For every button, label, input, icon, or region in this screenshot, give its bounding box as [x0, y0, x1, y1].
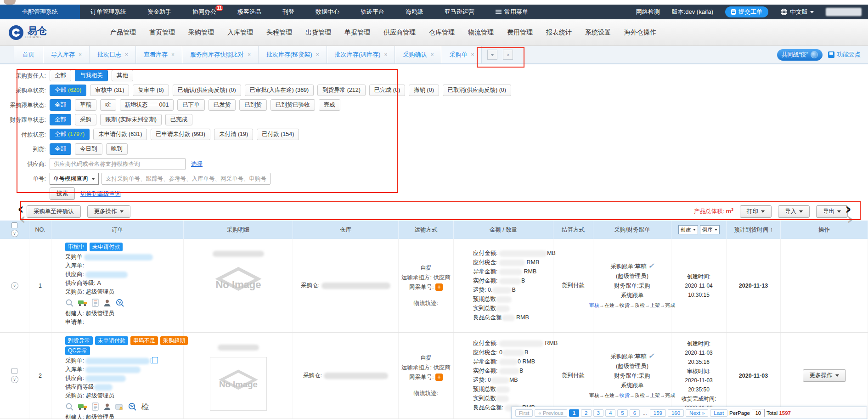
menu-item-homepage[interactable]: 首页管理	[149, 28, 175, 37]
tab-list-dropdown-button[interactable]	[487, 50, 497, 60]
topbar-item-tracking-platform[interactable]: 轨迹平台	[350, 5, 395, 19]
topbar-item-common-menu[interactable]: 常用菜单	[485, 5, 539, 19]
filter-chip[interactable]: 已发货	[209, 99, 236, 111]
menu-item-purchase[interactable]: 采购管理	[188, 28, 214, 37]
add-net-order-button[interactable]: +	[435, 283, 443, 291]
page-prev-button[interactable]: « Previous	[535, 409, 567, 417]
row-checkbox[interactable]	[11, 368, 17, 374]
page-button[interactable]: 5	[617, 409, 627, 417]
header-eta-sort[interactable]: 预计到货时间 ↑	[727, 221, 781, 239]
filter-chip[interactable]: 新增状态——001	[120, 99, 174, 111]
topbar-item-collab-office[interactable]: 协同办公11	[182, 5, 227, 19]
filter-chip[interactable]: 账期 (实际未到交期)	[100, 114, 162, 125]
topbar-item-geek-selection[interactable]: 极客选品	[227, 5, 272, 19]
filter-chip[interactable]: 已申请未付款 (993)	[151, 129, 210, 140]
topbar-item-fund-assistant[interactable]: 资金助手	[137, 5, 182, 19]
page-last-button[interactable]: Last	[710, 409, 727, 417]
filter-chip-selected[interactable]: 全部	[50, 99, 71, 111]
search-icon[interactable]	[65, 402, 74, 411]
filter-chip[interactable]: 已到货已验收	[271, 99, 315, 111]
tab-batch-log[interactable]: 批次日志×	[90, 46, 136, 63]
advanced-search-link[interactable]: 切换到高级查询	[80, 188, 121, 200]
menu-item-overseas[interactable]: 海外仓操作	[624, 28, 656, 37]
topbar-item-listing[interactable]: 刊登	[272, 5, 305, 19]
export-button[interactable]: 导出	[816, 205, 848, 218]
username-redacted[interactable]	[826, 8, 862, 16]
menu-item-outbound[interactable]: 出货管理	[305, 28, 331, 37]
topbar-item-seagull[interactable]: 海鸥派	[395, 5, 434, 19]
truck-icon[interactable]	[78, 403, 88, 411]
menu-item-product[interactable]: 产品管理	[110, 28, 136, 37]
page-button[interactable]: 159	[650, 409, 666, 417]
filter-chip[interactable]: 已付款 (154)	[257, 129, 299, 140]
page-first-button[interactable]: First	[515, 409, 533, 417]
tab-import-stock[interactable]: 导入库存×	[43, 46, 90, 63]
filter-chip-selected[interactable]: 全部	[50, 143, 71, 155]
campaign-button[interactable]: 共同战“疫”	[777, 49, 823, 61]
order-no-input[interactable]	[101, 173, 271, 185]
filter-chip[interactable]: 已确认(供应商反馈) (0)	[173, 85, 241, 96]
filter-chip[interactable]: 已到货	[239, 99, 267, 111]
filter-chip[interactable]: 未申请付款 (631)	[93, 129, 147, 140]
order-no-type-select[interactable]: 单号模糊查询	[50, 173, 99, 185]
notes-icon[interactable]	[92, 402, 99, 411]
topbar-item-warehouse-system[interactable]: 仓配管理系统	[0, 5, 80, 19]
page-button[interactable]: 6	[630, 409, 640, 417]
copy-icon[interactable]	[151, 358, 156, 363]
row-expand-icon[interactable]: ∨	[11, 376, 18, 383]
close-icon[interactable]: ×	[171, 51, 175, 58]
person-icon[interactable]	[103, 299, 111, 307]
filter-chip[interactable]: 已完成 (0)	[369, 85, 405, 96]
filter-chip[interactable]: 晚到	[106, 143, 128, 155]
sort-field-select[interactable]: 创建	[678, 225, 698, 234]
filter-chip[interactable]: 草稿	[75, 99, 96, 111]
row-expand-icon[interactable]: ∨	[11, 282, 18, 289]
filter-chip[interactable]: 今日到	[75, 143, 102, 155]
tab-batch-move-shelf[interactable]: 批次库存(移货架)×	[259, 46, 327, 63]
person-icon[interactable]	[103, 403, 111, 411]
topbar-item-order-system[interactable]: 订单管理系统	[80, 5, 137, 19]
menu-item-settings[interactable]: 系统设置	[585, 28, 611, 37]
filter-chip[interactable]: 全部	[50, 70, 71, 81]
menu-item-supplier[interactable]: 供应商管理	[383, 28, 416, 37]
filter-chip-selected[interactable]: 全部(1797)	[50, 129, 90, 140]
close-icon[interactable]: ×	[316, 51, 319, 58]
filter-chip[interactable]: 已取消(供应商反馈) (0)	[443, 85, 511, 96]
scroll-left-secondary-icon[interactable]: ‹	[19, 212, 26, 225]
close-icon[interactable]: ×	[471, 51, 474, 58]
topbar-item-data-center[interactable]: 数据中心	[305, 5, 350, 19]
filter-chip[interactable]: 采购	[75, 114, 96, 125]
menu-item-expense[interactable]: 费用管理	[507, 28, 533, 37]
filter-chip-selected[interactable]: 与我相关	[75, 70, 108, 81]
menu-item-inbound[interactable]: 入库管理	[227, 28, 253, 37]
supplier-input[interactable]	[50, 158, 186, 170]
tab-home[interactable]: 首页	[14, 46, 43, 63]
trace-search-icon[interactable]	[128, 402, 137, 411]
search-button[interactable]: 搜索	[50, 187, 75, 200]
print-button[interactable]: 打印	[740, 205, 772, 218]
page-button[interactable]: 3	[593, 409, 603, 417]
filter-chip[interactable]: 已审批(入库在途) (369)	[245, 85, 314, 96]
select-all-checkbox[interactable]	[11, 222, 17, 228]
scroll-right-secondary-icon[interactable]: ›	[847, 212, 853, 225]
filter-chip[interactable]: 撤销 (0)	[409, 85, 439, 96]
tab-purchase-order[interactable]: 采购单×	[441, 46, 482, 63]
filter-chip[interactable]: 啥	[100, 99, 116, 111]
tab-close-all-button[interactable]: ×	[503, 50, 513, 60]
sort-direction-select[interactable]: 倒序	[700, 225, 720, 234]
topbar-item-amazon-ops[interactable]: 亚马逊运营	[434, 5, 485, 19]
tab-view-stock[interactable]: 查看库存×	[136, 46, 182, 63]
close-icon[interactable]: ×	[430, 51, 434, 58]
filter-chip-selected[interactable]: 全部(620)	[50, 85, 86, 96]
row-more-actions-button[interactable]: 更多操作	[803, 369, 846, 382]
page-button[interactable]: 160	[668, 409, 684, 417]
flow-active-step[interactable]: 审核	[589, 302, 599, 308]
filter-chip[interactable]: 已下单	[177, 99, 205, 111]
language-selector[interactable]: 中文版	[780, 8, 814, 16]
tab-purchase-confirm[interactable]: 采购确认×	[395, 46, 441, 63]
certificate-warning-icon[interactable]	[115, 403, 124, 411]
filter-chip[interactable]: 复审中 (8)	[133, 85, 169, 96]
flow-active-step[interactable]: 收货	[620, 392, 630, 398]
close-icon[interactable]: ×	[79, 51, 82, 58]
page-next-button[interactable]: Next »	[686, 409, 708, 417]
